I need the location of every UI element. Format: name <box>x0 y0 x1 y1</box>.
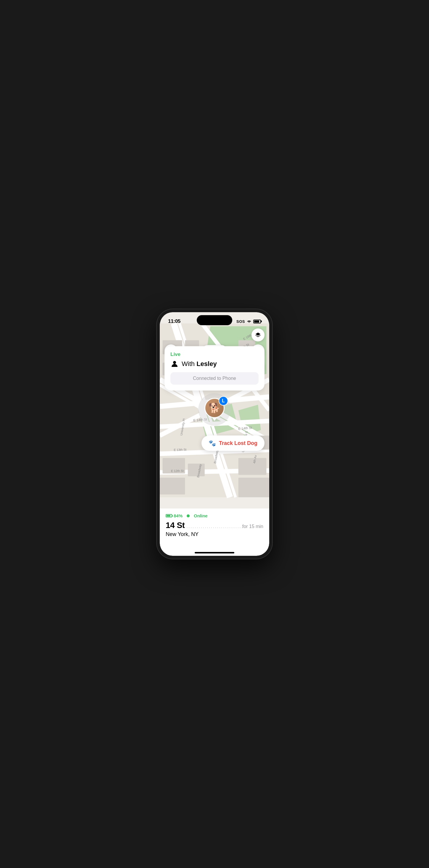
track-button-label: Track Lost Dog <box>219 440 257 446</box>
paw-icon: 🐾 <box>208 440 216 447</box>
svg-marker-40 <box>256 333 261 336</box>
person-badge: L <box>219 396 228 406</box>
city-text: New York, NY <box>166 531 263 537</box>
svg-text:E 13th St: E 13th St <box>174 448 187 452</box>
layers-icon <box>255 332 261 338</box>
battery-green: 84% <box>166 513 182 518</box>
track-lost-dog-button[interactable]: 🐾 Track Lost Dog <box>201 435 264 451</box>
street-name: 14 St <box>166 521 184 530</box>
svg-rect-21 <box>238 458 266 475</box>
avatar-container: 🐕 L <box>204 398 225 418</box>
track-button-container: 🐾 Track Lost Dog <box>201 435 264 451</box>
online-dot <box>187 515 190 517</box>
bottom-panel: 84% Online 14 St .......................… <box>160 508 269 556</box>
for-time: for 15 min <box>242 524 263 529</box>
wifi-icon <box>247 319 252 323</box>
live-label: Live <box>170 351 259 358</box>
phone-frame: 11:05 SOS <box>157 309 272 559</box>
svg-text:E 12th St: E 12th St <box>171 469 184 473</box>
phone-screen: 11:05 SOS <box>160 312 269 556</box>
battery-icon <box>253 319 261 323</box>
battery-green-icon <box>166 514 172 517</box>
dynamic-island <box>197 315 232 325</box>
home-indicator <box>195 552 234 553</box>
avatar-pin: 🐕 L <box>204 398 225 421</box>
svg-rect-23 <box>238 478 269 497</box>
layers-button[interactable] <box>252 329 264 341</box>
with-text: With Lesley <box>182 360 217 368</box>
online-label: Online <box>194 513 208 518</box>
location-radius: 🐕 L <box>198 393 231 426</box>
battery-status-row: 84% Online <box>166 513 263 518</box>
location-line: 14 St ..................................… <box>166 521 263 530</box>
svg-rect-20 <box>160 478 185 495</box>
status-sos: SOS <box>236 319 245 324</box>
dot-separator: ........................................… <box>184 524 242 529</box>
status-right: SOS <box>236 319 261 324</box>
map-area: E 18th St E 17th St E 16th St E 14th St … <box>160 312 269 508</box>
location-area: 🐕 L <box>198 393 231 426</box>
live-card: Live With Lesley Connected to Phone <box>165 346 264 391</box>
svg-point-51 <box>173 361 176 364</box>
svg-rect-19 <box>188 464 205 476</box>
status-time: 11:05 <box>168 318 180 324</box>
person-icon <box>170 360 179 368</box>
battery-percentage: 84% <box>174 513 182 518</box>
with-person: With Lesley <box>170 360 259 368</box>
connected-pill: Connected to Phone <box>170 372 259 384</box>
